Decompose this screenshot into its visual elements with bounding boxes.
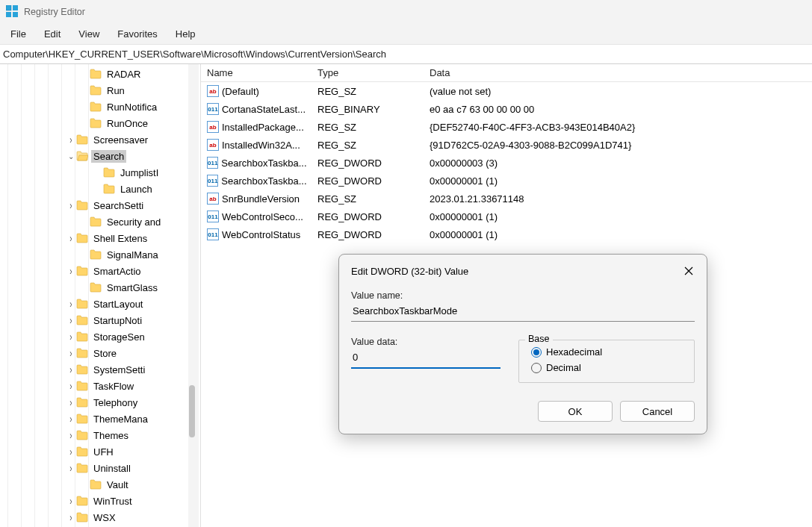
cancel-button[interactable]: Cancel (620, 401, 695, 422)
col-data[interactable]: Data (424, 64, 812, 81)
chevron-right-icon[interactable]: › (67, 413, 75, 424)
tree-item[interactable]: ›Uninstall (0, 460, 200, 476)
tree-item[interactable]: ›Shell Extens (0, 230, 200, 246)
col-type[interactable]: Type (312, 64, 424, 81)
binary-value-icon: 011 (207, 157, 218, 169)
tree-item[interactable]: ›StartupNoti (0, 312, 200, 328)
tree-item[interactable]: ›Telephony (0, 394, 200, 411)
menu-view[interactable]: View (71, 25, 107, 43)
tree-scrollbar[interactable] (188, 64, 199, 527)
chevron-right-icon[interactable]: › (67, 347, 75, 358)
tree-item-label: StartupNoti (91, 314, 144, 327)
close-icon[interactable] (680, 262, 698, 280)
tree-item[interactable]: ›Screensaver (0, 131, 200, 148)
menu-favorites[interactable]: Favorites (110, 25, 164, 43)
tree-item[interactable]: SignalMana (0, 246, 200, 263)
ok-button[interactable]: OK (538, 401, 613, 422)
value-type: REG_SZ (312, 192, 424, 206)
tree-item[interactable]: Run (0, 82, 200, 99)
svg-rect-3 (13, 12, 18, 17)
table-row[interactable]: abInstalledWin32A...REG_SZ{91D762C5-02A9… (201, 136, 812, 154)
folder-icon (103, 184, 115, 194)
svg-rect-2 (6, 12, 11, 17)
tree-item[interactable]: ›UFH (0, 443, 200, 460)
chevron-right-icon[interactable]: › (67, 462, 75, 473)
value-data: {91D762C5-02A9-4303-9088-B2C099A1D741} (424, 138, 812, 152)
chevron-down-icon[interactable]: ⌄ (67, 152, 75, 160)
folder-icon (76, 348, 88, 358)
col-name[interactable]: Name (201, 64, 312, 81)
value-name: SearchboxTaskba... (221, 175, 306, 187)
table-row[interactable]: 011WebControlSeco...REG_DWORD0x00000001 … (201, 208, 812, 225)
tree-item[interactable]: ›Store (0, 345, 200, 361)
tree-item[interactable]: ›SearchSetti (0, 197, 200, 213)
menu-file[interactable]: File (3, 25, 34, 43)
dialog-title: Edit DWORD (32-bit) Value (351, 266, 468, 277)
folder-icon (76, 430, 88, 440)
binary-value-icon: 011 (207, 103, 219, 115)
tree-item[interactable]: ›SmartActio (0, 263, 200, 279)
tree-item[interactable]: ›Themes (0, 427, 200, 443)
tree-item[interactable]: RunOnce (0, 115, 200, 131)
folder-icon (76, 446, 88, 457)
tree-item-label: Telephony (91, 396, 140, 409)
address-bar[interactable]: Computer\HKEY_CURRENT_USER\Software\Micr… (0, 45, 812, 64)
menu-edit[interactable]: Edit (37, 25, 68, 43)
chevron-right-icon[interactable]: › (67, 134, 75, 145)
tree-item[interactable]: RunNotifica (0, 99, 200, 115)
tree-item[interactable]: Security and (0, 213, 200, 230)
chevron-right-icon[interactable]: › (67, 314, 75, 325)
string-value-icon: ab (207, 193, 219, 205)
tree-item[interactable]: Launch (0, 181, 200, 197)
table-row[interactable]: abInstalledPackage...REG_SZ{DEF52740-F40… (201, 118, 812, 136)
chevron-right-icon[interactable]: › (67, 446, 75, 457)
tree-item[interactable]: ›TaskFlow (0, 378, 200, 394)
tree-item[interactable]: ›WinTrust (0, 493, 200, 509)
chevron-right-icon[interactable]: › (67, 396, 75, 408)
chevron-right-icon[interactable]: › (67, 199, 75, 211)
chevron-right-icon[interactable]: › (67, 364, 75, 375)
value-data: 2023.01.21.33671148 (424, 192, 812, 206)
chevron-right-icon[interactable]: › (67, 380, 75, 391)
tree-item[interactable]: RADAR (0, 66, 200, 82)
folder-icon (76, 200, 88, 211)
value-name: CortanaStateLast... (222, 104, 306, 115)
value-name-label: Value name: (351, 290, 695, 301)
folder-icon (90, 85, 102, 96)
tree-item-label: UFH (91, 446, 116, 458)
chevron-right-icon[interactable]: › (67, 298, 75, 309)
tree-item-label: TaskFlow (91, 380, 136, 393)
table-row[interactable]: ab(Default)REG_SZ(value not set) (201, 82, 812, 100)
table-row[interactable]: 011CortanaStateLast...REG_BINARYe0 aa c7… (201, 100, 812, 118)
chevron-right-icon[interactable]: › (67, 232, 75, 243)
chevron-right-icon[interactable]: › (67, 331, 75, 342)
tree-item[interactable]: Vault (0, 476, 200, 493)
chevron-right-icon[interactable]: › (67, 511, 75, 523)
tree-item[interactable]: ⌄Search (0, 148, 200, 164)
chevron-right-icon[interactable]: › (67, 265, 75, 276)
table-row[interactable]: 011SearchboxTaskba...REG_DWORD0x00000001… (201, 172, 812, 190)
tree-item[interactable]: JumplistI (0, 164, 200, 181)
value-data-input[interactable] (351, 349, 500, 369)
value-type: REG_DWORD (312, 174, 424, 188)
table-row[interactable]: 011SearchboxTaskba...REG_DWORD0x00000003… (201, 154, 812, 172)
value-type: REG_SZ (312, 84, 424, 99)
tree-item[interactable]: SmartGlass (0, 279, 200, 296)
radio-decimal[interactable]: Decimal (531, 362, 687, 373)
tree-scrollbar-thumb[interactable] (189, 385, 195, 437)
value-type: REG_BINARY (312, 102, 424, 116)
tree-item[interactable]: ›StorageSen (0, 328, 200, 345)
tree-item[interactable]: ›ThemeMana (0, 411, 200, 427)
window-title: Registry Editor (24, 7, 85, 17)
svg-rect-0 (6, 5, 11, 10)
tree-item[interactable]: ›SystemSetti (0, 361, 200, 378)
tree-item[interactable]: ›WSX (0, 509, 200, 526)
menu-help[interactable]: Help (168, 25, 203, 43)
radio-hexadecimal[interactable]: Hexadecimal (531, 346, 687, 358)
chevron-right-icon[interactable]: › (67, 429, 75, 440)
value-name-input[interactable] (351, 302, 695, 322)
table-row[interactable]: 011WebControlStatusREG_DWORD0x00000001 (… (201, 225, 812, 243)
table-row[interactable]: abSnrBundleVersionREG_SZ2023.01.21.33671… (201, 190, 812, 208)
tree-item[interactable]: ›StartLayout (0, 296, 200, 312)
chevron-right-icon[interactable]: › (67, 495, 75, 506)
